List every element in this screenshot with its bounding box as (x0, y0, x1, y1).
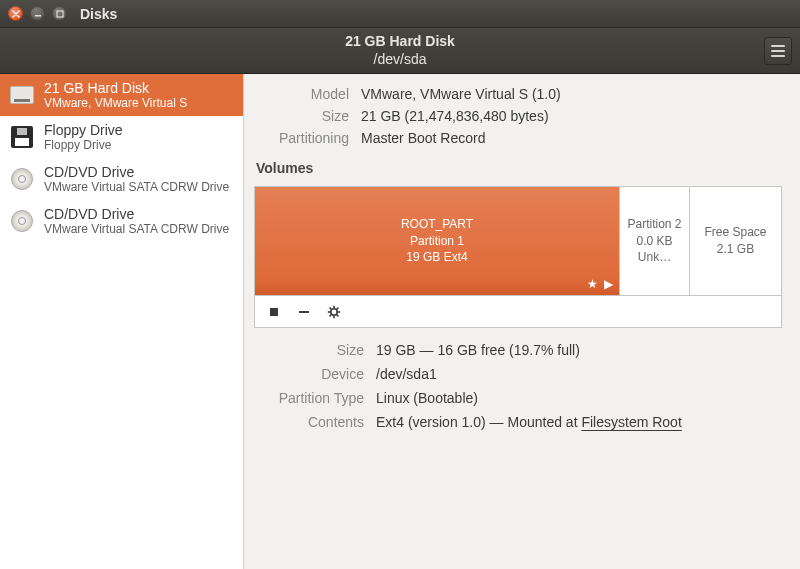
svg-line-11 (337, 307, 339, 309)
svg-line-10 (337, 314, 339, 316)
device-sub: VMware Virtual SATA CDRW Drive (44, 180, 229, 194)
maximize-icon (56, 10, 64, 18)
app-title: Disks (80, 6, 117, 22)
value-vol-size: 19 GB — 16 GB free (19.7% full) (376, 342, 782, 358)
device-sub: VMware Virtual SATA CDRW Drive (44, 222, 229, 236)
sidebar-item-cd-2[interactable]: CD/DVD Drive VMware Virtual SATA CDRW Dr… (0, 200, 243, 242)
volume-partition-2[interactable]: Partition 2 0.0 KB Unk… (620, 187, 690, 295)
device-sub: Floppy Drive (44, 138, 123, 152)
hamburger-icon (771, 50, 785, 52)
mount-link[interactable]: Filesystem Root (581, 414, 681, 430)
svg-rect-2 (270, 308, 278, 316)
floppy-icon (11, 126, 33, 148)
star-icon: ★ (587, 277, 598, 291)
volume-info: Size 19 GB — 16 GB free (19.7% full) Dev… (254, 342, 782, 430)
volume-map: ROOT_PART Partition 1 19 GB Ext4 ★ ▶ Par… (254, 186, 782, 296)
volume-size: 0.0 KB Unk… (620, 233, 689, 267)
header-subtitle: /dev/sda (0, 51, 800, 69)
delete-partition-button[interactable] (291, 301, 317, 323)
value-vol-ptype: Linux (Bootable) (376, 390, 782, 406)
header-bar: 21 GB Hard Disk /dev/sda (0, 28, 800, 74)
minus-icon (297, 305, 311, 319)
volume-size: 19 GB Ext4 (406, 249, 467, 266)
close-icon (12, 10, 20, 18)
svg-rect-0 (35, 15, 41, 17)
sidebar-item-floppy[interactable]: Floppy Drive Floppy Drive (0, 116, 243, 158)
cd-icon (11, 168, 33, 190)
window-close-button[interactable] (8, 6, 23, 21)
label-vol-contents: Contents (254, 414, 364, 430)
volumes-heading: Volumes (256, 160, 782, 176)
hard-disk-icon (10, 86, 34, 104)
volume-toolbar (254, 296, 782, 328)
device-sidebar: 21 GB Hard Disk VMware, VMware Virtual S… (0, 74, 244, 569)
window-titlebar: Disks (0, 0, 800, 28)
sidebar-item-hard-disk[interactable]: 21 GB Hard Disk VMware, VMware Virtual S (0, 74, 243, 116)
volume-free-space[interactable]: Free Space 2.1 GB (690, 187, 781, 295)
minimize-icon (34, 10, 42, 18)
more-actions-button[interactable] (321, 301, 347, 323)
device-name: 21 GB Hard Disk (44, 80, 187, 96)
svg-rect-3 (299, 311, 309, 313)
volume-root-part[interactable]: ROOT_PART Partition 1 19 GB Ext4 ★ ▶ (255, 187, 620, 295)
volume-size: 2.1 GB (717, 241, 754, 258)
label-partitioning: Partitioning (254, 130, 349, 146)
value-model: VMware, VMware Virtual S (1.0) (361, 86, 782, 102)
value-vol-device: /dev/sda1 (376, 366, 782, 382)
main-panel: Model VMware, VMware Virtual S (1.0) Siz… (244, 74, 800, 569)
label-vol-device: Device (254, 366, 364, 382)
svg-line-9 (330, 307, 332, 309)
value-vol-contents: Ext4 (version 1.0) — Mounted at Filesyst… (376, 414, 782, 430)
label-vol-size: Size (254, 342, 364, 358)
label-vol-ptype: Partition Type (254, 390, 364, 406)
volume-name: Free Space (704, 224, 766, 241)
value-partitioning: Master Boot Record (361, 130, 782, 146)
drive-info: Model VMware, VMware Virtual S (1.0) Siz… (254, 86, 782, 146)
window-maximize-button[interactable] (52, 6, 67, 21)
stop-icon (268, 306, 280, 318)
device-name: CD/DVD Drive (44, 206, 229, 222)
cd-icon (11, 210, 33, 232)
label-model: Model (254, 86, 349, 102)
volume-label: Partition 1 (410, 233, 464, 250)
device-sub: VMware, VMware Virtual S (44, 96, 187, 110)
window-minimize-button[interactable] (30, 6, 45, 21)
device-name: Floppy Drive (44, 122, 123, 138)
svg-point-4 (331, 308, 337, 314)
volume-name: Partition 2 (627, 216, 681, 233)
gear-icon (327, 305, 341, 319)
contents-text: Ext4 (version 1.0) — Mounted at (376, 414, 581, 430)
play-icon: ▶ (604, 277, 613, 291)
svg-rect-1 (57, 11, 63, 17)
svg-line-12 (330, 314, 332, 316)
volume-name: ROOT_PART (401, 216, 473, 233)
label-size: Size (254, 108, 349, 124)
header-title: 21 GB Hard Disk (0, 33, 800, 51)
sidebar-item-cd-1[interactable]: CD/DVD Drive VMware Virtual SATA CDRW Dr… (0, 158, 243, 200)
menu-button[interactable] (764, 37, 792, 65)
unmount-button[interactable] (261, 301, 287, 323)
value-size: 21 GB (21,474,836,480 bytes) (361, 108, 782, 124)
device-name: CD/DVD Drive (44, 164, 229, 180)
